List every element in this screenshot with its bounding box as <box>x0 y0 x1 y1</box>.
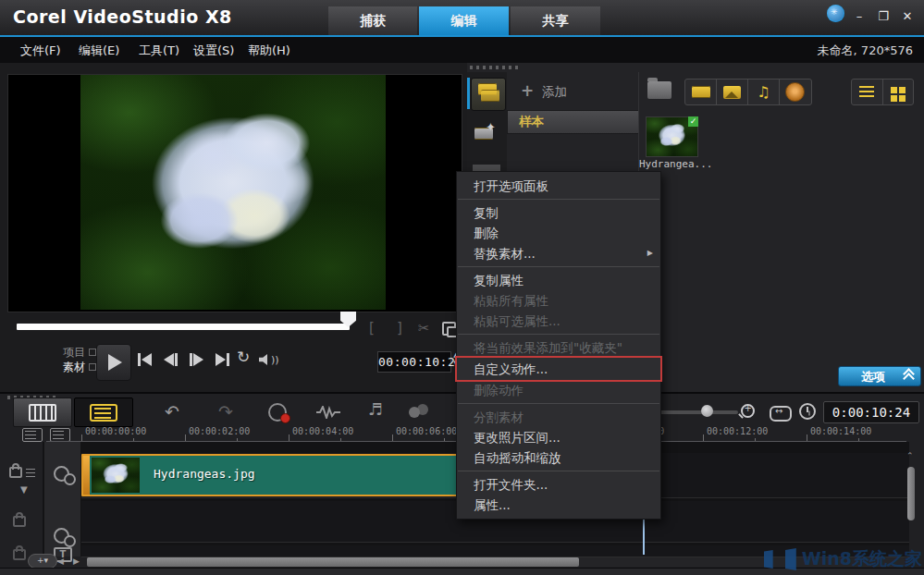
preview-timecode[interactable]: 00:00:10:23 <box>377 351 451 373</box>
ruler-label: 00:00:12:00 <box>707 426 768 436</box>
menu-item[interactable]: 属性... <box>457 495 660 515</box>
redo-button[interactable]: ↷ <box>218 401 233 422</box>
grid-view-icon[interactable] <box>883 80 914 104</box>
library-thumbnail[interactable]: ✓ <box>646 116 698 157</box>
video-track-icon[interactable] <box>54 466 69 482</box>
auto-music-icon[interactable]: ♬ <box>368 399 383 419</box>
track-transparency-icon[interactable] <box>409 407 420 418</box>
scroll-up-icon[interactable]: ⌃ <box>906 451 914 460</box>
view-mode-group <box>851 79 914 105</box>
h-scrollbar-thumb[interactable] <box>87 557 579 567</box>
menu-edit[interactable]: 编辑(E) <box>79 43 119 59</box>
list-view-icon[interactable] <box>852 80 883 104</box>
timeline-view-button[interactable] <box>74 398 133 427</box>
menu-item[interactable]: 自定义动作... <box>457 358 660 380</box>
project-mode-label[interactable]: 项目 <box>63 345 96 361</box>
clip-name: Hydrangeas.jpg <box>154 467 255 481</box>
library-rail-hidden-icon[interactable] <box>473 165 500 171</box>
mark-out-button[interactable]: ] <box>397 320 402 336</box>
menu-item[interactable]: 自动摇动和缩放 <box>457 447 660 468</box>
lock-icon[interactable] <box>13 516 26 527</box>
end-button[interactable] <box>216 351 229 368</box>
enlarge-preview-icon[interactable] <box>442 322 456 336</box>
overlay-track-icon[interactable] <box>54 528 69 544</box>
watermark: Win8系统之家 <box>764 547 922 571</box>
clip-mode-label[interactable]: 素材 <box>63 360 96 375</box>
menu-item[interactable]: 复制属性 <box>457 270 660 290</box>
seek-bar[interactable] <box>17 324 350 330</box>
storyboard-view-button[interactable] <box>13 398 72 427</box>
globe-icon[interactable]: ✳ <box>827 5 844 22</box>
zoom-slider[interactable] <box>659 410 738 414</box>
menu-file[interactable]: 文件(F) <box>20 43 61 59</box>
tab-edit[interactable]: 编辑 <box>419 6 509 35</box>
mark-in-button[interactable]: [ <box>369 320 375 336</box>
menu-separator <box>458 266 659 267</box>
scroll-left-icon[interactable]: ◀ <box>57 557 64 566</box>
ripple-edit-icon[interactable] <box>9 464 35 482</box>
close-button[interactable]: ✕ <box>899 8 916 25</box>
plus-icon[interactable]: + <box>521 81 534 100</box>
sound-mixer-icon[interactable] <box>316 405 340 422</box>
menu-item[interactable]: 打开文件夹... <box>457 474 660 495</box>
tab-share[interactable]: 共享 <box>511 6 600 35</box>
show-videos-icon[interactable] <box>685 80 717 104</box>
ruler-label: 00:00:02:00 <box>189 426 250 436</box>
menu-tools[interactable]: 工具(T) <box>139 43 179 59</box>
windows-logo-icon <box>764 549 784 569</box>
menu-help[interactable]: 帮助(H) <box>248 43 290 59</box>
menu-item[interactable]: 替换素材...▶ <box>457 243 660 263</box>
home-button[interactable] <box>138 351 152 368</box>
motion-filter-icon[interactable] <box>780 80 810 104</box>
folder-icon[interactable] <box>647 81 671 99</box>
clip-trim-handle[interactable] <box>83 456 90 495</box>
add-track-icon[interactable] <box>50 428 70 442</box>
tab-capture[interactable]: 捕获 <box>328 6 417 35</box>
zoom-in-icon[interactable] <box>741 404 755 418</box>
play-button[interactable] <box>96 344 131 381</box>
preview-image <box>80 75 386 310</box>
ruler-label: 00:00:14:00 <box>810 426 871 436</box>
add-track-button[interactable]: +▾ <box>28 554 57 569</box>
menu-item[interactable]: 删除 <box>457 223 660 243</box>
next-frame-button[interactable] <box>190 351 203 368</box>
v-scrollbar-thumb[interactable] <box>907 467 915 520</box>
menu-item: 删除动作 <box>457 380 660 400</box>
thumbnail-label: Hydrangea... <box>639 158 712 170</box>
duration-clock-icon[interactable] <box>799 403 816 420</box>
instant-project-icon[interactable]: ✦ <box>473 120 500 148</box>
zoom-slider-knob[interactable] <box>701 405 713 417</box>
menu-separator <box>458 334 659 335</box>
timeline-timecode[interactable]: 0:00:10:24 <box>823 401 919 423</box>
menu-item[interactable]: 复制 <box>457 202 660 223</box>
options-button[interactable]: 选项 <box>838 366 921 386</box>
library-category-sample[interactable]: 样本 <box>507 110 639 134</box>
lock-icon-2[interactable] <box>13 549 26 560</box>
repeat-button[interactable]: ↻ <box>237 348 250 366</box>
menu-separator <box>458 403 659 404</box>
project-mode-mark <box>89 349 96 356</box>
undo-button[interactable]: ↶ <box>165 401 179 422</box>
menu-item: 粘贴所有属性 <box>457 290 660 311</box>
media-library-icon[interactable] <box>471 78 506 111</box>
record-capture-button[interactable] <box>268 403 287 422</box>
minimize-button[interactable]: – <box>851 8 868 25</box>
fit-timeline-icon[interactable] <box>770 406 792 422</box>
clip-thumbnail <box>92 458 140 493</box>
menu-settings[interactable]: 设置(S) <box>193 43 234 59</box>
show-photos-icon[interactable] <box>717 80 748 104</box>
prev-frame-button[interactable] <box>164 351 178 368</box>
panel-drag-handle[interactable] <box>470 66 518 69</box>
split-clip-icon[interactable]: ✂ <box>418 320 430 336</box>
track-manager-icon[interactable] <box>22 428 43 442</box>
windows-logo-icon-2 <box>785 548 796 570</box>
maximize-button[interactable]: ❐ <box>875 8 892 25</box>
menu-item[interactable]: 打开选项面板 <box>457 176 660 196</box>
volume-button[interactable]: )) <box>259 351 279 368</box>
add-folder-label[interactable]: 添加 <box>542 84 567 101</box>
menu-item[interactable]: 更改照片区间... <box>457 427 660 447</box>
scroll-right-icon[interactable]: ▶ <box>73 557 80 566</box>
show-audio-icon[interactable]: ♫ <box>748 80 780 104</box>
chevron-down-icon[interactable]: ▼ <box>20 484 28 495</box>
menu-item: 分割素材 <box>457 407 660 427</box>
